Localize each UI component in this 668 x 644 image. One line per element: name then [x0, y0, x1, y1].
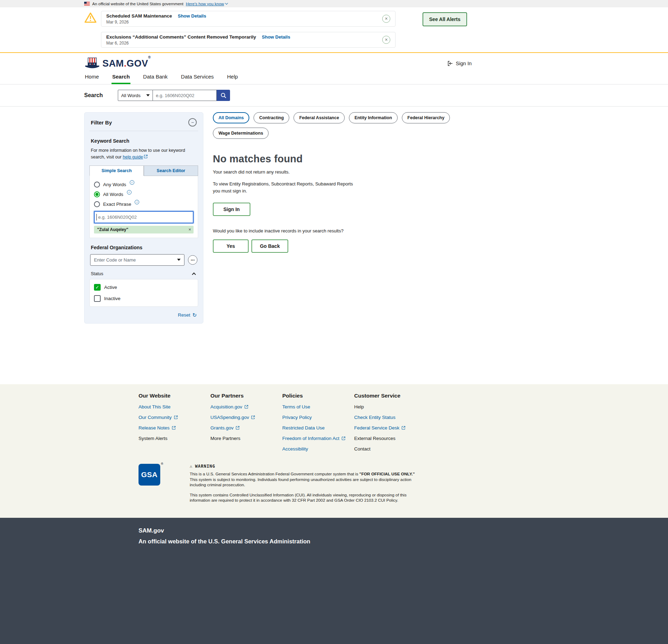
tab-simple-search[interactable]: Simple Search: [89, 165, 144, 176]
go-back-button[interactable]: Go Back: [251, 239, 288, 253]
filter-panel: Filter By − Keyword Search For more info…: [84, 112, 203, 324]
checkbox-checked-icon: ✓: [94, 284, 101, 291]
alert-title: Exclusions “Additional Comments” Content…: [106, 34, 256, 40]
radio-unchecked-icon: [94, 201, 100, 207]
close-icon: ×: [385, 37, 387, 42]
domain-tab-entity-information[interactable]: Entity Information: [349, 112, 398, 123]
nav-item-help[interactable]: Help: [226, 73, 238, 84]
footer-link-about-this-site[interactable]: About This Site: [139, 404, 210, 409]
search-mode-select[interactable]: All Words: [118, 90, 153, 101]
alert-date: Mar 6, 2026: [106, 41, 290, 46]
footer-link-grants-gov[interactable]: Grants.gov: [210, 425, 282, 431]
keyword-search-input[interactable]: [94, 211, 194, 223]
how-you-know-link[interactable]: Here's how you know: [186, 2, 228, 6]
alert-show-details-link[interactable]: Show Details: [178, 13, 206, 19]
domain-tab-contracting[interactable]: Contracting: [254, 112, 289, 123]
nav-item-data-bank[interactable]: Data Bank: [142, 73, 168, 84]
info-icon[interactable]: i: [127, 190, 131, 195]
external-link-icon: [402, 426, 405, 430]
footer-link-acquisition-gov[interactable]: Acquisition.gov: [210, 404, 282, 409]
status-accordion-header[interactable]: Status: [89, 271, 198, 279]
collapse-filters-button[interactable]: −: [188, 118, 197, 127]
external-link-icon: [342, 436, 345, 440]
checkbox-label: Inactive: [104, 296, 121, 301]
domain-tab-federal-assistance[interactable]: Federal Assistance: [293, 112, 344, 123]
keyword-search-heading: Keyword Search: [91, 138, 197, 144]
footer-link-restricted-data-use[interactable]: Restricted Data Use: [282, 425, 354, 431]
footer-link-terms-of-use[interactable]: Terms of Use: [282, 404, 354, 409]
sign-in-button[interactable]: Sign In: [213, 203, 250, 216]
search-input[interactable]: [153, 90, 217, 101]
footer-col-policies: Policies Terms of Use Privacy Policy Res…: [282, 393, 354, 457]
info-icon[interactable]: i: [130, 180, 134, 185]
checkbox-active[interactable]: ✓ Active: [94, 284, 194, 291]
sign-in-link[interactable]: Sign In: [447, 60, 472, 67]
federal-org-select[interactable]: Enter Code or Name: [90, 254, 184, 266]
search-mode-value: All Words: [121, 93, 140, 98]
main-nav: Home Search Data Bank Data Services Help: [0, 73, 668, 84]
footer-heading: Policies: [282, 393, 354, 399]
footer-link-help[interactable]: Help: [354, 404, 426, 409]
footer-link-more-partners[interactable]: More Partners: [210, 436, 282, 441]
chevron-down-icon: [225, 2, 228, 5]
sign-in-icon: [447, 60, 453, 67]
nav-item-search[interactable]: Search: [112, 73, 130, 84]
domain-tab-federal-hierarchy[interactable]: Federal Hierarchy: [402, 112, 450, 123]
no-matches-title: No matches found: [213, 153, 472, 165]
alert-close-button[interactable]: ×: [382, 36, 390, 44]
site-identifier: SAM.gov An official website of the U.S. …: [0, 518, 668, 644]
org-more-options-button[interactable]: ...: [188, 255, 197, 265]
reset-link[interactable]: Reset ↻: [178, 312, 197, 318]
alert-date: Mar 9, 2026: [106, 20, 206, 25]
yes-button[interactable]: Yes: [213, 239, 249, 253]
alert-close-button[interactable]: ×: [382, 15, 390, 23]
tab-search-editor[interactable]: Search Editor: [144, 165, 198, 176]
footer-link-foia[interactable]: Freedom of Information Act: [282, 436, 354, 441]
reset-label: Reset: [178, 312, 190, 318]
footer-link-accessibility[interactable]: Accessibility: [282, 446, 354, 452]
radio-any-words[interactable]: Any Words i: [94, 182, 194, 188]
main-content: Filter By − Keyword Search For more info…: [0, 107, 668, 384]
footer-link-system-alerts[interactable]: System Alerts: [139, 436, 210, 441]
domain-tab-wage-determinations[interactable]: Wage Determinations: [213, 128, 269, 139]
search-bar: Search All Words: [0, 84, 668, 107]
see-all-alerts-button[interactable]: See All Alerts: [423, 12, 467, 26]
gov-banner-text: An official website of the United States…: [92, 2, 183, 6]
warning-paragraph-2: This system contains Controlled Unclassi…: [190, 493, 417, 503]
nav-item-home[interactable]: Home: [84, 73, 100, 84]
external-link-icon: [144, 155, 148, 158]
footer-link-check-entity-status[interactable]: Check Entity Status: [354, 415, 426, 420]
system-warning: ⚠ WARNING This is a U.S. General Service…: [190, 464, 417, 508]
checkbox-inactive[interactable]: Inactive: [94, 295, 194, 302]
reset-icon: ↻: [192, 312, 197, 318]
footer-link-release-notes[interactable]: Release Notes: [139, 425, 210, 431]
how-you-know-label: Here's how you know: [186, 2, 224, 6]
footer-link-federal-service-desk[interactable]: Federal Service Desk: [354, 425, 426, 431]
footer-link-privacy-policy[interactable]: Privacy Policy: [282, 415, 354, 420]
domain-tab-all-domains[interactable]: All Domains: [213, 112, 249, 123]
warning-small-icon: ⚠: [190, 464, 193, 469]
keyword-tabs: Simple Search Search Editor: [89, 165, 198, 176]
search-button[interactable]: [217, 90, 230, 101]
chevron-up-icon: [192, 272, 196, 276]
radio-all-words[interactable]: All Words i: [94, 191, 194, 197]
radio-exact-phrase[interactable]: Exact Phrase i: [94, 201, 194, 207]
checkbox-unchecked-icon: [94, 295, 101, 302]
alert-list: Scheduled SAM Maintenance Show Details M…: [101, 11, 396, 48]
sam-gov-logo[interactable]: SAM.GOV®: [84, 57, 151, 69]
nav-item-data-services[interactable]: Data Services: [180, 73, 214, 84]
alert-card: Scheduled SAM Maintenance Show Details M…: [101, 11, 396, 27]
chip-remove-button[interactable]: ×: [188, 227, 191, 232]
alert-show-details-link[interactable]: Show Details: [262, 34, 290, 40]
footer-link-our-community[interactable]: Our Community: [139, 415, 210, 420]
identifier-subtitle: An official website of the U.S. General …: [139, 538, 668, 545]
footer-link-contact[interactable]: Contact: [354, 446, 426, 452]
search-controls: All Words: [118, 90, 230, 101]
footer-link-external-resources[interactable]: External Resources: [354, 436, 426, 441]
radio-label: Any Words: [103, 182, 126, 187]
help-guide-link[interactable]: help guide: [123, 155, 148, 160]
info-icon[interactable]: i: [135, 200, 139, 204]
footer-heading: Customer Service: [354, 393, 426, 399]
radio-checked-icon: [94, 191, 100, 197]
footer-link-usaspending-gov[interactable]: USASpending.gov: [210, 415, 282, 420]
